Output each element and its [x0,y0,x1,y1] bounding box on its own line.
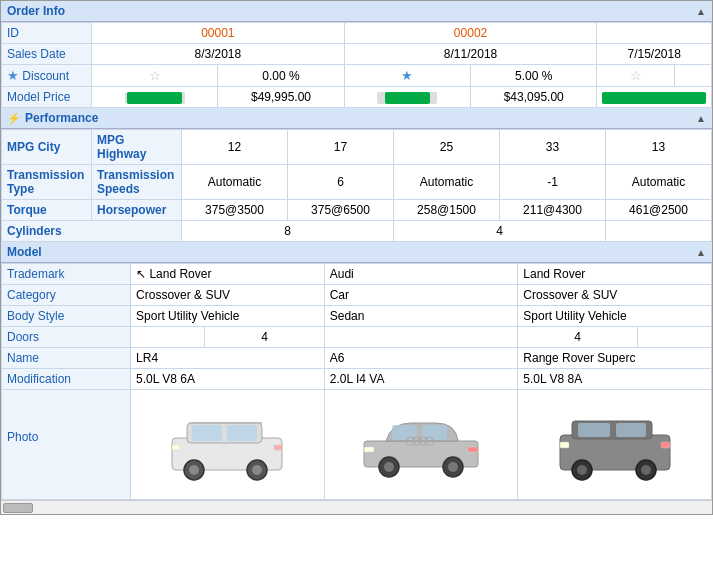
photo-row: Photo [2,390,712,500]
name-val2: A6 [324,348,518,369]
name-val1: LR4 [131,348,325,369]
table-row: Name LR4 A6 Range Rover Superc [2,348,712,369]
performance-icon: ⚡ [7,112,21,125]
table-row: ★ Discount ☆ 0.00 % ★ 5.00 % ☆ [2,65,712,87]
svg-rect-27 [616,423,646,437]
discount-star2: ★ [344,65,470,87]
scroll-thumb[interactable] [3,503,33,513]
discount-val3 [674,65,711,87]
star-filled-icon-2: ★ [401,68,413,83]
progress-fill-3 [602,92,706,104]
model-price-val1: $49,995.00 [218,87,344,108]
svg-rect-10 [189,422,262,424]
table-row: Trademark ↖ Land Rover Audi Land Rover [2,264,712,285]
model-price-bar1 [92,87,218,108]
star-empty-icon-3: ☆ [630,68,642,83]
svg-point-17 [448,462,458,472]
id-val3 [597,23,712,44]
sales-date-val3: 7/15/2018 [597,44,712,65]
progress-bar-3 [602,92,706,104]
svg-rect-19 [468,447,478,452]
hp-val1: 375@6500 [288,200,394,221]
hp-label: Horsepower [92,200,182,221]
table-row: Modification 5.0L V8 6A 2.0L I4 VA 5.0L … [2,369,712,390]
discount-label: ★ Discount [2,65,92,87]
performance-collapse[interactable]: ▲ [696,113,706,124]
table-row: Transmission Type Transmission Speeds Au… [2,165,712,200]
model-price-bar3 [597,87,712,108]
sales-date-val1: 8/3/2018 [92,44,345,65]
id-label: ID [2,23,92,44]
trademark-label: Trademark [2,264,131,285]
order-info-collapse[interactable]: ▲ [696,6,706,17]
trans-val2speeds: -1 [500,165,606,200]
svg-rect-3 [227,425,257,441]
category-val3: Crossover & SUV [518,285,712,306]
doors-val3 [637,327,711,348]
progress-bar-1 [125,92,185,104]
photo-label: Photo [2,390,131,500]
id-link-2[interactable]: 00002 [454,26,487,40]
category-val2: Car [324,285,518,306]
order-info-header: Order Info ▲ [1,1,712,22]
doors-val2b: 4 [518,327,637,348]
model-collapse[interactable]: ▲ [696,247,706,258]
trademark-val1: ↖ Land Rover [131,264,325,285]
torque-val1: 375@3500 [182,200,288,221]
trans-val2type: Automatic [394,165,500,200]
svg-rect-33 [661,442,670,448]
cylinders-val3 [606,221,712,242]
table-row: ID 00001 00002 [2,23,712,44]
table-row: Body Style Sport Utility Vehicle Sedan S… [2,306,712,327]
doors-val1a [131,327,205,348]
body-style-label: Body Style [2,306,131,327]
horizontal-scrollbar[interactable] [1,500,712,514]
table-row: Category Crossover & SUV Car Crossover &… [2,285,712,306]
svg-rect-2 [192,425,222,441]
progress-fill-2 [385,92,430,104]
car-svg-1 [162,403,292,483]
main-container: Order Info ▲ ID 00001 00002 Sales Date 8… [0,0,713,515]
cylinders-val1: 8 [182,221,394,242]
modification-val3: 5.0L V8 8A [518,369,712,390]
body-style-val2: Sedan [324,306,518,327]
body-style-val1: Sport Utility Vehicle [131,306,325,327]
torque-val2: 258@1500 [394,200,500,221]
svg-rect-32 [560,442,569,448]
mpg-val2b: 33 [500,130,606,165]
car-svg-2 [356,403,486,483]
trans-val1type: Automatic [182,165,288,200]
torque-label: Torque [2,200,92,221]
category-val1: Crossover & SUV [131,285,325,306]
svg-rect-9 [274,445,282,450]
table-row: Torque Horsepower 375@3500 375@6500 258@… [2,200,712,221]
svg-point-15 [384,462,394,472]
svg-rect-18 [364,447,374,452]
svg-rect-8 [172,445,180,450]
trans-val1speeds: 6 [288,165,394,200]
discount-val2: 5.00 % [471,65,597,87]
svg-point-31 [641,465,651,475]
photo-car2 [324,390,518,500]
cursor-indicator: ↖ [136,267,146,281]
id-link-1[interactable]: 00001 [201,26,234,40]
doors-val1b: 4 [205,327,324,348]
svg-point-29 [577,465,587,475]
mpg-hw-label: MPG Highway [92,130,182,165]
modification-label: Modification [2,369,131,390]
trademark-val2: Audi [324,264,518,285]
model-table: Trademark ↖ Land Rover Audi Land Rover C… [1,263,712,500]
trademark-val3: Land Rover [518,264,712,285]
model-header: Model ▲ [1,242,712,263]
table-row: Doors 4 4 [2,327,712,348]
doors-val2a [324,327,518,348]
table-row: MPG City MPG Highway 12 17 25 33 13 [2,130,712,165]
model-price-val2: $43,095.00 [471,87,597,108]
id-val2: 00002 [344,23,597,44]
table-row: Sales Date 8/3/2018 8/11/2018 7/15/2018 [2,44,712,65]
performance-table: MPG City MPG Highway 12 17 25 33 13 Tran… [1,129,712,242]
hp-val2: 211@4300 [500,200,606,221]
body-style-val3: Sport Utility Vehicle [518,306,712,327]
id-val1: 00001 [92,23,345,44]
discount-val1: 0.00 % [218,65,344,87]
